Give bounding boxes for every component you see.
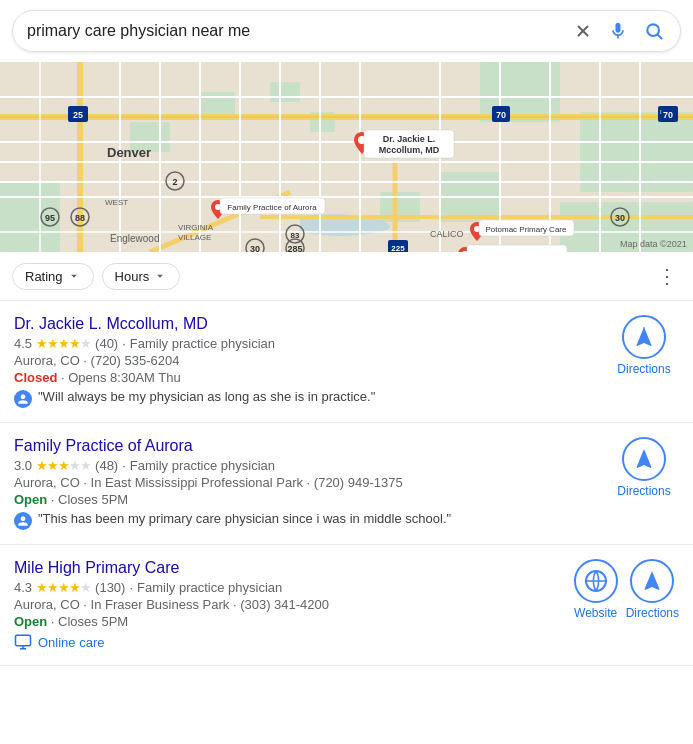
svg-text:Dr. Jackie L.: Dr. Jackie L. bbox=[383, 134, 436, 144]
svg-rect-7 bbox=[580, 112, 693, 192]
svg-text:Family Practice of Aurora: Family Practice of Aurora bbox=[227, 203, 317, 212]
svg-text:70: 70 bbox=[496, 110, 506, 120]
status-text: Open bbox=[14, 492, 47, 507]
result-item: Mile High Primary Care 4.3 ★★★★★ (130) ·… bbox=[0, 545, 693, 666]
svg-text:70: 70 bbox=[663, 110, 673, 120]
online-care-icon bbox=[14, 633, 32, 651]
svg-line-3 bbox=[658, 35, 662, 39]
svg-text:30: 30 bbox=[615, 213, 625, 223]
search-input[interactable]: primary care physician near me bbox=[27, 22, 572, 40]
filter-bar: Rating Hours ⋮ bbox=[0, 252, 693, 301]
result-content: Mile High Primary Care 4.3 ★★★★★ (130) ·… bbox=[14, 559, 574, 651]
svg-rect-89 bbox=[16, 635, 31, 646]
svg-rect-12 bbox=[270, 82, 300, 102]
rating-filter[interactable]: Rating bbox=[12, 263, 94, 290]
mic-icon bbox=[608, 21, 628, 41]
result-review: "Will always be my physician as long as … bbox=[14, 389, 599, 408]
avatar bbox=[14, 512, 32, 530]
svg-text:Mile High Primary Care: Mile High Primary Care bbox=[476, 250, 559, 252]
result-status: Closed · Opens 8:30AM Thu bbox=[14, 370, 599, 385]
hours-filter[interactable]: Hours bbox=[102, 263, 181, 290]
result-type: Family practice physician bbox=[130, 336, 275, 351]
clear-button[interactable] bbox=[572, 20, 594, 42]
hours-chevron-icon bbox=[153, 269, 167, 283]
svg-rect-11 bbox=[200, 92, 235, 117]
result-name[interactable]: Family Practice of Aurora bbox=[14, 437, 599, 455]
svg-text:Map data ©2021: Map data ©2021 bbox=[620, 239, 687, 249]
svg-text:Potomac Primary Care: Potomac Primary Care bbox=[486, 225, 567, 234]
rating-value: 3.0 bbox=[14, 458, 32, 473]
directions-label: Directions bbox=[617, 484, 670, 498]
separator: · bbox=[129, 580, 133, 595]
search-bar[interactable]: primary care physician near me bbox=[12, 10, 681, 52]
search-icon bbox=[644, 21, 664, 41]
svg-text:CALICO: CALICO bbox=[430, 229, 464, 239]
result-address: Aurora, CO · (720) 535-6204 bbox=[14, 353, 599, 368]
rating-count: (130) bbox=[95, 580, 125, 595]
svg-text:25: 25 bbox=[73, 110, 83, 120]
svg-text:Denver: Denver bbox=[107, 145, 151, 160]
result-status: Open · Closes 5PM bbox=[14, 614, 564, 629]
mic-button[interactable] bbox=[606, 19, 630, 43]
more-options-button[interactable]: ⋮ bbox=[653, 262, 681, 290]
svg-text:95: 95 bbox=[45, 213, 55, 223]
directions-col: Directions bbox=[609, 437, 679, 498]
result-name[interactable]: Dr. Jackie L. Mccollum, MD bbox=[14, 315, 599, 333]
svg-text:225: 225 bbox=[391, 244, 405, 252]
directions-label: Directions bbox=[617, 362, 670, 376]
results-list: Dr. Jackie L. Mccollum, MD 4.5 ★★★★★ (40… bbox=[0, 301, 693, 666]
result-rating-row: 3.0 ★★★★★ (48) · Family practice physici… bbox=[14, 458, 599, 473]
svg-text:VIRGINIA: VIRGINIA bbox=[178, 223, 214, 232]
directions-button[interactable]: Directions bbox=[617, 315, 670, 376]
directions-icon bbox=[632, 325, 656, 349]
status-text: Open bbox=[14, 614, 47, 629]
result-content: Dr. Jackie L. Mccollum, MD 4.5 ★★★★★ (40… bbox=[14, 315, 609, 408]
result-name[interactable]: Mile High Primary Care bbox=[14, 559, 564, 577]
user-icon bbox=[16, 392, 30, 406]
svg-text:30: 30 bbox=[250, 244, 260, 252]
svg-text:Mccollum, MD: Mccollum, MD bbox=[379, 145, 440, 155]
map-svg: 70 I 25 70 2 30 285 88 95 83 225 30 D bbox=[0, 62, 693, 252]
svg-text:Englewood: Englewood bbox=[110, 233, 159, 244]
stars: ★★★★★ bbox=[36, 336, 91, 351]
website-label: Website bbox=[574, 606, 617, 620]
rating-label: Rating bbox=[25, 269, 63, 284]
online-care-row: Online care bbox=[14, 633, 564, 651]
rating-chevron-icon bbox=[67, 269, 81, 283]
search-button[interactable] bbox=[642, 19, 666, 43]
clear-icon bbox=[574, 22, 592, 40]
result-status: Open · Closes 5PM bbox=[14, 492, 599, 507]
filter-buttons: Rating Hours bbox=[12, 263, 180, 290]
result-type: Family practice physician bbox=[137, 580, 282, 595]
online-care-label: Online care bbox=[38, 635, 104, 650]
map[interactable]: 70 I 25 70 2 30 285 88 95 83 225 30 D bbox=[0, 62, 693, 252]
directions-button[interactable]: Directions bbox=[617, 437, 670, 498]
directions-icon bbox=[632, 447, 656, 471]
user-icon bbox=[16, 514, 30, 528]
directions-icon-circle bbox=[622, 437, 666, 481]
review-text: "This has been my primary care physician… bbox=[38, 511, 451, 526]
website-button[interactable]: Website bbox=[574, 559, 618, 620]
website-icon bbox=[584, 569, 608, 593]
result-rating-row: 4.5 ★★★★★ (40) · Family practice physici… bbox=[14, 336, 599, 351]
directions-icon-circle bbox=[622, 315, 666, 359]
svg-text:88: 88 bbox=[75, 213, 85, 223]
status-detail: · Opens 8:30AM Thu bbox=[61, 370, 181, 385]
status-text: Closed bbox=[14, 370, 57, 385]
result-review: "This has been my primary care physician… bbox=[14, 511, 599, 530]
directions-col: Directions bbox=[609, 315, 679, 376]
stars: ★★★★★ bbox=[36, 580, 91, 595]
directions-button[interactable]: Directions bbox=[626, 559, 679, 620]
directions-icon bbox=[640, 569, 664, 593]
svg-text:285: 285 bbox=[287, 244, 302, 252]
avatar bbox=[14, 390, 32, 408]
review-text: "Will always be my physician as long as … bbox=[38, 389, 375, 404]
rating-count: (48) bbox=[95, 458, 118, 473]
svg-text:83: 83 bbox=[291, 231, 300, 240]
status-detail: · Closes 5PM bbox=[51, 614, 128, 629]
hours-label: Hours bbox=[115, 269, 150, 284]
rating-count: (40) bbox=[95, 336, 118, 351]
svg-text:VILLAGE: VILLAGE bbox=[178, 233, 211, 242]
result-type: Family practice physician bbox=[130, 458, 275, 473]
separator: · bbox=[122, 458, 126, 473]
